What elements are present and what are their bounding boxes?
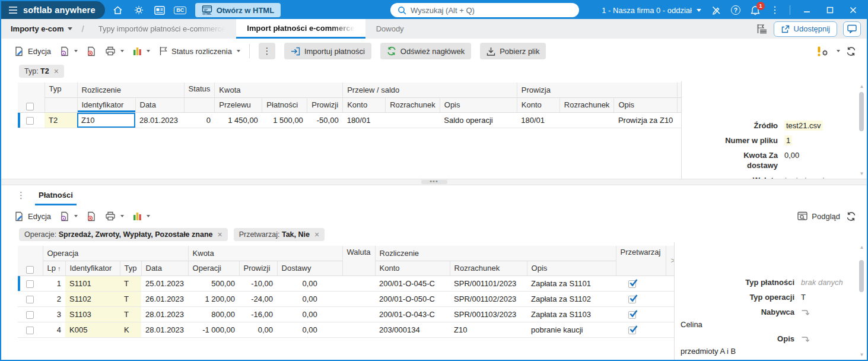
flag-list-icon[interactable] — [756, 24, 768, 34]
breadcrumb-separator: / — [78, 19, 88, 39]
close-button[interactable] — [847, 4, 860, 17]
download-file-button[interactable]: Pobierz plik — [480, 43, 546, 59]
company-selector[interactable]: 1 - Nasza firma 0 - oddział — [602, 6, 701, 15]
chevron-down-icon — [147, 215, 150, 217]
przetwarzaj-checkbox-checked[interactable] — [628, 280, 636, 288]
help-icon[interactable]: ? — [731, 5, 740, 15]
detail-value[interactable]: Celina — [675, 319, 867, 331]
settings-alert-icon[interactable] — [817, 46, 829, 57]
detail-label: Waluta — [713, 175, 778, 179]
detail-value[interactable]: 1 — [784, 135, 792, 145]
hamburger-menu-icon[interactable] — [8, 6, 18, 14]
row-checkbox[interactable] — [26, 296, 34, 303]
company-name: 1 - Nasza firma 0 - oddział — [602, 6, 692, 15]
search-icon — [398, 6, 406, 15]
row-checkbox[interactable] — [26, 117, 34, 125]
detail-value[interactable]: przedmioty A i B — [675, 346, 867, 358]
scrollbar-thumb[interactable] — [859, 260, 864, 292]
section-splitter[interactable]: ••• — [1, 179, 867, 185]
filter-chip-operacje[interactable]: Operacje: Sprzedaż, Zwroty, Wypłaty, Poz… — [19, 228, 228, 241]
edit-disabled-icon[interactable] — [711, 5, 721, 15]
tab-platnosci[interactable]: Płatności — [35, 191, 77, 205]
print-button[interactable] — [105, 211, 124, 221]
refresh-icon[interactable] — [846, 46, 856, 56]
payments-table: Operacja Kwota Waluta Rozliczenie Przetw… — [18, 246, 680, 338]
share-icon — [781, 25, 790, 33]
more-options-icon[interactable]: ⋮ — [770, 5, 780, 15]
document-info-icon — [60, 211, 69, 221]
sorted-column-header[interactable]: Identyfikator — [77, 97, 135, 112]
more-actions-button[interactable]: ⋮ — [259, 43, 275, 59]
detail-value[interactable]: test21.csv — [784, 121, 823, 131]
edit-button[interactable]: Edycja — [14, 211, 51, 221]
preview-button[interactable]: Podgląd — [797, 211, 840, 221]
tab-typy-importow[interactable]: Typy importów płatności e-commerce — [88, 19, 237, 39]
document-info-button[interactable] — [60, 211, 78, 221]
document-delete-button[interactable] — [87, 46, 96, 56]
row-checkbox[interactable] — [26, 327, 34, 334]
table-row[interactable]: 4 K005 K 28.01.2023 -1 000,00 0,00 0,00 … — [18, 322, 680, 337]
print-button[interactable] — [105, 46, 124, 56]
idea-lightbulb-icon[interactable] — [131, 2, 147, 18]
remove-filter-icon[interactable]: × — [54, 67, 59, 75]
detail-value[interactable]: brak danych — [801, 277, 843, 287]
wrap-down-arrow-icon — [801, 307, 809, 316]
filter-chip-typ[interactable]: Typ: T2 × — [19, 65, 64, 78]
detail-value[interactable]: T — [801, 292, 806, 302]
bc-module-icon[interactable]: BC — [173, 2, 188, 18]
app-brand[interactable]: softlab anywhere — [1, 1, 105, 19]
selected-cell[interactable]: Z10 — [77, 112, 135, 128]
refresh-icon[interactable] — [846, 211, 856, 221]
sorted-column-header[interactable]: Lp↑ — [43, 261, 65, 276]
home-icon[interactable] — [110, 2, 126, 18]
remove-filter-icon[interactable]: × — [314, 230, 319, 239]
detail-value[interactable]: brak danych — [784, 175, 826, 179]
row-checkbox[interactable] — [26, 280, 34, 288]
document-info-button[interactable] — [60, 46, 78, 56]
news-card-icon[interactable] — [152, 2, 167, 18]
bottom-toolbar-right: Podgląd — [797, 211, 856, 221]
import-payments-button[interactable]: Importuj płatności — [284, 43, 371, 59]
chart-button[interactable] — [133, 211, 150, 221]
panel-scrollbar[interactable]: ▲ ▼ — [859, 245, 865, 357]
panel-scrollbar[interactable]: ▲ ▼ — [859, 84, 865, 176]
refresh-header-button[interactable]: Odśwież nagłówek — [380, 43, 471, 59]
przetwarzaj-checkbox-checked[interactable] — [628, 296, 636, 303]
open-in-html-button[interactable]: HTML Otwórz w HTML — [195, 3, 281, 17]
tab-dowody[interactable]: Dowody — [365, 19, 415, 39]
splitter-grip[interactable]: ••• — [421, 180, 447, 184]
table-row[interactable]: 1 S1101 T 25.01.2023 500,00 -10,00 0,00 … — [18, 276, 680, 291]
subtab-menu-icon[interactable]: ⋮ — [17, 190, 26, 201]
filter-chip-przetwarzaj[interactable]: Przetwarzaj: Tak, Nie × — [234, 228, 325, 241]
module-menu[interactable]: Importy e-com — [1, 19, 78, 39]
table-row[interactable]: 2 S1102 T 26.01.2023 1 200,00 -24,00 0,0… — [18, 291, 680, 306]
select-all-checkbox[interactable] — [26, 103, 34, 110]
select-all-checkbox[interactable] — [26, 266, 34, 274]
przetwarzaj-checkbox-checked[interactable] — [628, 327, 636, 334]
app-name: softlab anywhere — [23, 5, 96, 15]
document-delete-icon — [87, 46, 96, 56]
table-row[interactable]: 3 S1103 T 28.01.2023 800,00 -16,00 0,00 … — [18, 306, 680, 322]
chart-button[interactable] — [133, 46, 150, 56]
tab-import-platnosci[interactable]: Import płatności e-commerce — [236, 19, 365, 39]
row-checkbox[interactable] — [26, 311, 34, 319]
maximize-button[interactable] — [824, 4, 837, 17]
przetwarzaj-checkbox-checked[interactable] — [628, 311, 636, 319]
document-delete-button[interactable] — [87, 211, 96, 221]
edit-button[interactable]: Edycja — [14, 46, 51, 56]
toolbar-divider — [249, 44, 250, 58]
notifications-bell-icon[interactable]: 1 — [751, 5, 760, 15]
detail-value[interactable]: 0,00 — [784, 150, 799, 160]
status-rozliczenia-button[interactable]: Status rozliczenia — [159, 46, 240, 56]
scrollbar-thumb[interactable] — [859, 92, 864, 131]
titlebar: softlab anywhere BC HTML Otwórz w HTML — [1, 1, 867, 19]
comments-button[interactable] — [843, 21, 861, 37]
table-row[interactable]: T2 Z10 28.01.2023 0 1 450,00 1 500,00 -5… — [18, 112, 723, 128]
share-button[interactable]: Udostępnij — [774, 21, 837, 37]
search-input[interactable] — [411, 6, 572, 15]
global-search[interactable] — [390, 3, 579, 17]
subtab-bar: ⋮ Płatności — [1, 185, 867, 205]
remove-filter-icon[interactable]: × — [217, 230, 222, 239]
bar-chart-icon — [133, 211, 142, 221]
minimize-button[interactable] — [800, 4, 813, 17]
